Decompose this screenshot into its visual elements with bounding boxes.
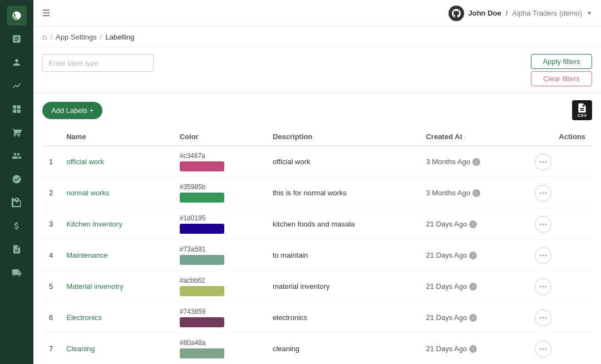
row-description: official work <box>266 146 420 178</box>
row-name[interactable]: official work <box>60 146 173 178</box>
row-description: cleaning <box>266 333 420 365</box>
row-actions-button[interactable]: ⋯ <box>535 247 551 264</box>
row-color: #743859 <box>173 302 266 333</box>
sidebar-item-shop[interactable] <box>7 122 27 142</box>
sidebar-item-dashboard[interactable] <box>7 6 27 26</box>
row-actions: ⋯ <box>528 240 592 271</box>
table-row: 1 official work #c3487a official work 3 … <box>42 146 592 178</box>
row-description: electronics <box>266 302 420 333</box>
row-num: 7 <box>42 333 60 365</box>
labels-table: Name Color Description Created At Action… <box>42 128 592 364</box>
row-name[interactable]: Kitchen Inventory <box>60 209 173 240</box>
sidebar-item-grid[interactable] <box>7 99 27 119</box>
row-description: material inventory <box>266 271 420 302</box>
sidebar-item-pricing[interactable] <box>7 216 27 236</box>
col-created-at[interactable]: Created At <box>419 128 528 146</box>
table-row: 4 Maintenance #73a591 to maintain 21 Day… <box>42 240 592 271</box>
row-num: 6 <box>42 302 60 333</box>
col-name: Name <box>60 128 173 146</box>
sidebar-item-orders[interactable] <box>7 29 27 49</box>
row-created-at: 21 Days Ago i <box>419 333 528 365</box>
row-actions-button[interactable]: ⋯ <box>535 216 551 233</box>
row-name[interactable]: Material invenotry <box>60 271 173 302</box>
row-num: 3 <box>42 209 60 240</box>
csv-label: CSV <box>578 114 587 118</box>
row-created-at: 21 Days Ago i <box>419 271 528 302</box>
row-actions: ⋯ <box>528 209 592 240</box>
row-name[interactable]: Maintenance <box>60 240 173 271</box>
info-icon[interactable]: i <box>469 314 477 322</box>
table-actions: Add Labels + CSV <box>42 100 592 120</box>
row-description: this is for normal works <box>266 178 420 209</box>
breadcrumb-current: Labelling <box>105 33 134 41</box>
apply-filters-button[interactable]: Apply filters <box>531 54 592 69</box>
col-color: Color <box>173 128 266 146</box>
row-color: #80a48a <box>173 333 266 365</box>
info-icon[interactable]: i <box>469 283 477 291</box>
breadcrumb: ⌂ / App Settings / Labelling <box>33 27 601 47</box>
row-color: #35985b <box>173 178 266 209</box>
row-name[interactable]: Cleaning <box>60 333 173 365</box>
row-color: #acbb62 <box>173 271 266 302</box>
table-row: 7 Cleaning #80a48a cleaning 21 Days Ago … <box>42 333 592 365</box>
row-color: #c3487a <box>173 146 266 178</box>
info-icon[interactable]: i <box>469 345 477 353</box>
info-icon[interactable]: i <box>469 220 477 228</box>
info-icon[interactable]: i <box>472 158 480 166</box>
row-name[interactable]: normal works <box>60 178 173 209</box>
sidebar-item-analytics[interactable] <box>7 76 27 96</box>
row-num: 1 <box>42 146 60 178</box>
add-labels-button[interactable]: Add Labels + <box>42 102 102 119</box>
sidebar-item-profile[interactable] <box>7 169 27 189</box>
row-actions-button[interactable]: ⋯ <box>535 341 551 357</box>
filter-bar: Apply filters Clear filters <box>33 47 601 94</box>
hamburger-icon[interactable]: ☰ <box>42 8 50 18</box>
table-row: 6 Electronics #743859 electronics 21 Day… <box>42 302 592 333</box>
row-actions-button[interactable]: ⋯ <box>535 154 551 170</box>
row-actions-button[interactable]: ⋯ <box>535 309 551 326</box>
table-row: 5 Material invenotry #acbb62 material in… <box>42 271 592 302</box>
row-description: to maintain <box>266 240 420 271</box>
row-created-at: 21 Days Ago i <box>419 209 528 240</box>
row-color: #73a591 <box>173 240 266 271</box>
breadcrumb-sep-1: / <box>50 33 52 41</box>
csv-export-button[interactable]: CSV <box>572 100 592 120</box>
table-body: 1 official work #c3487a official work 3 … <box>42 146 592 364</box>
topbar-right: John Doe / Alpha Traders (demo) ▼ <box>449 6 593 21</box>
info-icon[interactable]: i <box>469 252 477 259</box>
row-created-at: 3 Months Ago i <box>419 146 528 178</box>
sidebar-item-users[interactable] <box>7 52 27 72</box>
table-header: Name Color Description Created At Action… <box>42 128 592 146</box>
filter-buttons: Apply filters Clear filters <box>531 54 592 86</box>
breadcrumb-app-settings[interactable]: App Settings <box>56 33 97 41</box>
info-icon[interactable]: i <box>472 189 480 197</box>
clear-filters-button[interactable]: Clear filters <box>531 71 592 86</box>
sidebar-item-delivery[interactable] <box>7 263 27 283</box>
row-num: 5 <box>42 271 60 302</box>
row-description: kitchen foods and masala <box>266 209 420 240</box>
row-created-at: 3 Months Ago i <box>419 178 528 209</box>
user-company-sep: / <box>506 9 508 17</box>
row-actions: ⋯ <box>528 146 592 178</box>
table-row: 3 Kitchen Inventory #1d0195 kitchen food… <box>42 209 592 240</box>
row-name[interactable]: Electronics <box>60 302 173 333</box>
row-num: 2 <box>42 178 60 209</box>
col-description: Description <box>266 128 420 146</box>
main-content: ☰ John Doe / Alpha Traders (demo) ▼ ⌂ / … <box>33 0 601 364</box>
row-actions-button[interactable]: ⋯ <box>535 278 551 295</box>
row-created-at: 21 Days Ago i <box>419 302 528 333</box>
content-area: ⌂ / App Settings / Labelling Apply filte… <box>33 27 601 364</box>
sidebar-item-packages[interactable] <box>7 193 27 213</box>
row-num: 4 <box>42 240 60 271</box>
home-icon[interactable]: ⌂ <box>42 32 47 41</box>
row-actions: ⋯ <box>528 178 592 209</box>
user-name: John Doe <box>469 9 501 17</box>
company-name: Alpha Traders (demo) <box>512 9 582 17</box>
row-created-at: 21 Days Ago i <box>419 240 528 271</box>
label-type-input[interactable] <box>42 54 154 72</box>
col-num <box>42 128 60 146</box>
row-actions-button[interactable]: ⋯ <box>535 185 551 201</box>
sidebar-item-team[interactable] <box>7 146 27 166</box>
sidebar-item-reports[interactable] <box>7 239 27 259</box>
user-dropdown-arrow[interactable]: ▼ <box>587 10 592 16</box>
